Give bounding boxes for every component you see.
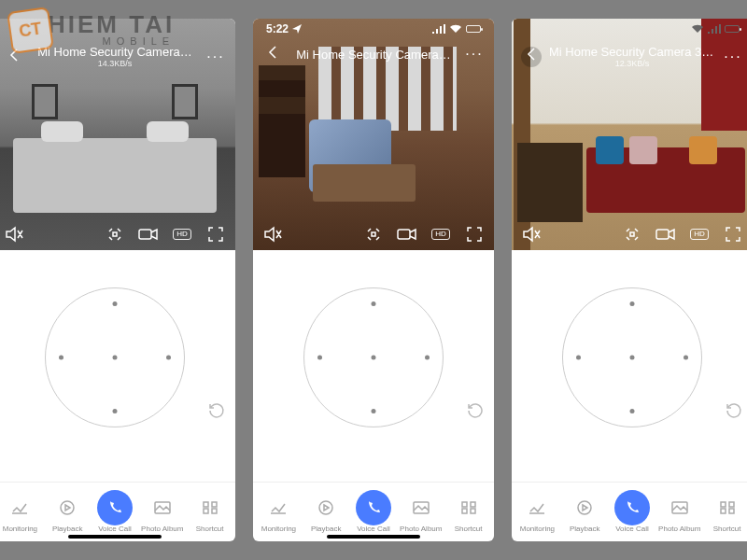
wifi-icon bbox=[691, 24, 704, 34]
more-button[interactable]: ··· bbox=[464, 46, 485, 63]
nav-playback[interactable]: Playback bbox=[44, 494, 92, 533]
nav-label: Monitoring bbox=[520, 525, 555, 533]
watermark-badge: CT bbox=[7, 7, 54, 54]
shortcut-icon bbox=[201, 499, 219, 516]
camera-video-feed[interactable]: 5:22 Mi Home Security Camera… ··· bbox=[253, 19, 494, 250]
nav-monitoring[interactable]: Monitoring bbox=[0, 494, 44, 533]
quality-button[interactable]: HD bbox=[170, 224, 194, 245]
status-bar bbox=[512, 19, 747, 39]
nav-label: Photo Album bbox=[658, 525, 700, 533]
ptz-reset-button[interactable] bbox=[464, 399, 486, 422]
camera-video-feed[interactable]: Mi Home Security Camera… 14.3KB/s ··· bbox=[0, 19, 235, 250]
phone-icon bbox=[356, 490, 391, 525]
svg-rect-11 bbox=[471, 502, 475, 507]
nav-label: Monitoring bbox=[261, 525, 296, 533]
fullscreen-button[interactable] bbox=[204, 224, 228, 245]
nav-shortcut[interactable]: Shortcut bbox=[444, 494, 492, 533]
snapshot-button[interactable] bbox=[620, 224, 644, 245]
fullscreen-button[interactable] bbox=[721, 224, 745, 245]
nav-label: Voice Call bbox=[615, 525, 649, 533]
nav-voice-call[interactable]: Voice Call bbox=[92, 494, 139, 533]
camera-title: Mi Home Security Camera 36… bbox=[549, 45, 715, 59]
ptz-control-area bbox=[0, 250, 235, 482]
fullscreen-button[interactable] bbox=[462, 224, 486, 245]
monitor-icon bbox=[528, 499, 546, 516]
more-button[interactable]: ··· bbox=[723, 49, 743, 65]
phone-icon bbox=[614, 490, 650, 525]
signal-icon bbox=[708, 24, 721, 34]
svg-rect-3 bbox=[204, 502, 208, 507]
svg-rect-10 bbox=[462, 502, 467, 507]
snapshot-button[interactable] bbox=[103, 224, 127, 245]
record-button[interactable] bbox=[136, 224, 161, 245]
nav-label: Photo Album bbox=[141, 525, 183, 533]
nav-photo-album[interactable]: Photo Album bbox=[655, 494, 703, 533]
snapshot-button[interactable] bbox=[361, 224, 386, 245]
back-button[interactable] bbox=[262, 45, 283, 63]
shortcut-icon bbox=[718, 499, 737, 516]
nav-photo-album[interactable]: Photo Album bbox=[397, 494, 444, 533]
nav-label: Photo Album bbox=[400, 525, 442, 533]
monitor-icon bbox=[10, 499, 29, 516]
ptz-reset-button[interactable] bbox=[723, 399, 745, 422]
camera-title: Mi Home Security Camera… bbox=[290, 48, 457, 62]
video-header: Mi Home Security Camera… ··· bbox=[253, 39, 494, 69]
nav-photo-album[interactable]: Photo Album bbox=[138, 494, 186, 533]
svg-rect-7 bbox=[398, 230, 410, 239]
mute-button[interactable] bbox=[261, 224, 285, 245]
quality-button[interactable]: HD bbox=[687, 224, 712, 245]
svg-rect-17 bbox=[721, 502, 726, 507]
camera-video-feed[interactable]: Mi Home Security Camera 36… 12.3KB/s ··· bbox=[512, 19, 747, 250]
svg-rect-18 bbox=[729, 502, 734, 507]
nav-label: Playback bbox=[570, 525, 599, 533]
svg-rect-14 bbox=[656, 230, 669, 239]
status-time: 5:22 bbox=[266, 22, 289, 35]
ptz-dpad[interactable] bbox=[562, 287, 702, 427]
phone-screen-2: 5:22 Mi Home Security Camera… ··· bbox=[253, 19, 494, 541]
quality-button[interactable]: HD bbox=[429, 224, 453, 245]
nav-voice-call[interactable]: Voice Call bbox=[350, 494, 398, 533]
nav-monitoring[interactable]: Monitoring bbox=[514, 494, 561, 533]
nav-shortcut[interactable]: Shortcut bbox=[186, 494, 233, 533]
nav-playback[interactable]: Playback bbox=[561, 494, 609, 533]
playback-icon bbox=[317, 499, 335, 516]
wifi-icon bbox=[449, 24, 462, 34]
svg-rect-12 bbox=[462, 509, 467, 513]
bottom-nav: Monitoring Playback Voice Call Photo Alb… bbox=[512, 482, 747, 541]
playback-icon bbox=[58, 499, 77, 516]
nav-label: Shortcut bbox=[196, 525, 224, 533]
shortcut-icon bbox=[459, 499, 478, 516]
mute-button[interactable] bbox=[2, 224, 26, 245]
nav-voice-call[interactable]: Voice Call bbox=[609, 494, 656, 533]
ptz-dpad[interactable] bbox=[45, 287, 185, 427]
album-icon bbox=[670, 499, 689, 516]
svg-rect-20 bbox=[729, 509, 734, 513]
nav-label: Playback bbox=[52, 525, 82, 533]
ptz-reset-button[interactable] bbox=[205, 399, 228, 422]
phone-screen-1: Mi Home Security Camera… 14.3KB/s ··· bbox=[0, 19, 235, 541]
more-button[interactable]: ··· bbox=[205, 49, 226, 65]
svg-rect-0 bbox=[139, 230, 151, 239]
svg-rect-6 bbox=[212, 509, 217, 513]
nav-monitoring[interactable]: Monitoring bbox=[255, 494, 303, 533]
nav-playback[interactable]: Playback bbox=[303, 494, 350, 533]
battery-icon bbox=[725, 25, 740, 33]
phone-icon bbox=[97, 490, 133, 525]
signal-icon bbox=[432, 24, 445, 34]
home-indicator[interactable] bbox=[68, 535, 162, 539]
nav-shortcut[interactable]: Shortcut bbox=[703, 494, 747, 533]
nav-label: Playback bbox=[311, 525, 341, 533]
playback-icon bbox=[575, 499, 594, 516]
home-indicator[interactable] bbox=[327, 535, 420, 539]
nav-label: Shortcut bbox=[455, 525, 483, 533]
ptz-dpad[interactable] bbox=[303, 287, 444, 427]
mute-button[interactable] bbox=[519, 224, 543, 245]
nav-label: Voice Call bbox=[357, 525, 390, 533]
status-bar: 5:22 bbox=[253, 19, 494, 39]
watermark-logo: CT HIEM TAI MOBILE bbox=[9, 9, 175, 51]
back-button[interactable] bbox=[521, 47, 542, 67]
record-button[interactable] bbox=[395, 224, 419, 245]
monitor-icon bbox=[269, 499, 288, 516]
bottom-nav: Monitoring Playback Voice Call Photo Alb… bbox=[0, 482, 235, 541]
record-button[interactable] bbox=[654, 224, 678, 245]
